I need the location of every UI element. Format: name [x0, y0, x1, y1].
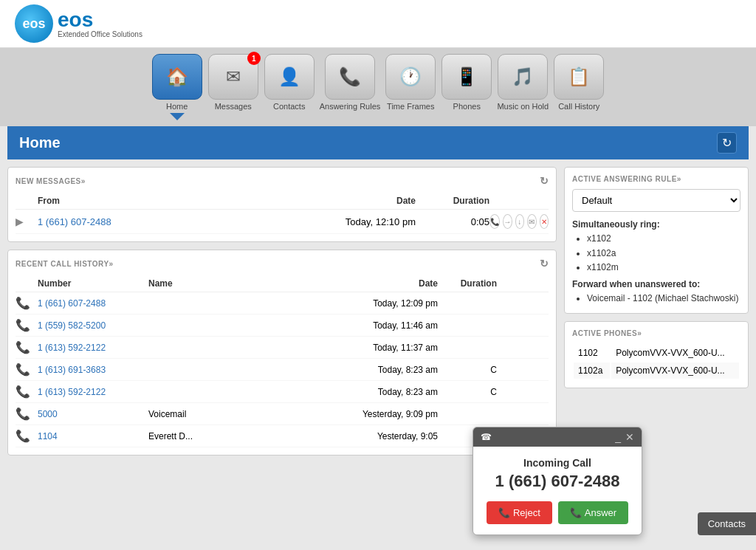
call-type-icon-2: 📞 [16, 318, 38, 332]
ch-date-6: Yesterday, 9:09 pm [237, 409, 438, 419]
reject-button[interactable]: 📞 Reject [487, 501, 552, 524]
incoming-call-number: 1 (661) 607-2488 [485, 472, 630, 491]
ch-col-extra [497, 278, 549, 289]
call-type-icon-3: 📞 [16, 340, 38, 354]
answering-rule-detail: Simultaneously ring: x1102 x1102a x1102m… [572, 218, 740, 306]
new-messages-title: NEW MESSAGES» [16, 177, 86, 185]
play-icon[interactable]: ▶ [16, 216, 38, 227]
call-type-icon-6: 📞 [16, 407, 38, 421]
answering-rule-title: ACTIVE ANSWERING RULE» [572, 175, 681, 183]
ch-number-7[interactable]: 1104 [38, 431, 148, 441]
nav-btn-home[interactable]: 🏠 [152, 54, 202, 100]
popup-minimize-icon[interactable]: _ [615, 431, 621, 443]
home-icon: 🏠 [166, 66, 188, 87]
phones-table: 1102 PolycomVVX-VVX_600-U... 1102a Polyc… [572, 343, 740, 380]
incoming-call-popup: ☎ _ ✕ Incoming Call 1 (661) 607-2488 📞 R… [472, 427, 642, 535]
nav-label-phones: Phones [453, 102, 481, 111]
logo-icon: eos [22, 16, 45, 32]
nav-btn-music-on-hold[interactable]: 🎵 [498, 54, 548, 100]
nav-item-call-history[interactable]: 📋 Call History [553, 54, 605, 120]
ch-date-4: Today, 8:23 am [237, 365, 438, 375]
ch-col-type [16, 278, 38, 289]
ch-number-6[interactable]: 5000 [38, 409, 148, 419]
nav-item-messages[interactable]: ✉ 1 Messages [207, 54, 259, 120]
nav-label-call-history: Call History [558, 102, 599, 111]
contacts-icon: 👤 [278, 66, 300, 87]
nav-item-answering-rules[interactable]: 📞 Answering Rules [320, 54, 381, 120]
call-icon[interactable]: 📞 [489, 214, 500, 229]
main-content: NEW MESSAGES» ↻ From Date Duration ▶ 1 (… [0, 159, 756, 463]
ch-date-3: Today, 11:37 am [237, 343, 438, 353]
answer-button[interactable]: 📞 Answer [558, 501, 628, 524]
logo: eos eos Extended Office Solutions [15, 4, 142, 43]
right-panel: ACTIVE ANSWERING RULE» Default Simultane… [564, 167, 749, 456]
nav-item-music-on-hold[interactable]: 🎵 Music on Hold [497, 54, 549, 120]
popup-close-icon[interactable]: ✕ [625, 431, 634, 443]
active-phones-panel: ACTIVE PHONES» 1102 PolycomVVX-VVX_600-U… [564, 321, 749, 388]
logo-circle: eos [15, 4, 53, 43]
message-from-number[interactable]: 1 (661) 607-2488 [38, 216, 305, 227]
msg-col-play [16, 196, 38, 206]
popup-phone-icon: ☎ [481, 432, 492, 442]
ch-row-1: 📞 1 (661) 607-2488 Today, 12:09 pm [16, 292, 549, 314]
answering-rules-icon: 📞 [339, 66, 361, 87]
ch-col-number: Number [38, 278, 148, 289]
nav-btn-messages[interactable]: ✉ 1 [208, 54, 258, 100]
page-refresh-button[interactable]: ↻ [717, 132, 737, 154]
answer-label: Answer [585, 507, 616, 518]
messages-refresh-icon[interactable]: ↻ [540, 175, 549, 187]
forward-icon[interactable]: → [503, 214, 512, 229]
envelope-icon[interactable]: ✉ [527, 214, 537, 229]
nav-active-arrow [170, 113, 185, 120]
nav-label-answering-rules: Answering Rules [320, 102, 381, 111]
nav-item-time-frames[interactable]: 🕐 Time Frames [385, 54, 436, 120]
call-history-refresh-icon[interactable]: ↻ [540, 258, 549, 269]
ch-number-5[interactable]: 1 (613) 592-2122 [38, 387, 148, 397]
ch-number-2[interactable]: 1 (559) 582-5200 [38, 320, 148, 331]
nav-btn-time-frames[interactable]: 🕐 [385, 54, 436, 100]
ch-number-4[interactable]: 1 (613) 691-3683 [38, 365, 148, 375]
reject-icon: 📞 [498, 507, 510, 518]
answer-icon: 📞 [570, 507, 582, 518]
nav-btn-answering-rules[interactable]: 📞 [325, 54, 375, 100]
nav-label-time-frames: Time Frames [387, 102, 434, 111]
phone-row-2: 1102a PolycomVVX-VVX_600-U... [574, 362, 739, 379]
nav-label-contacts: Contacts [273, 102, 305, 111]
call-type-icon-5: 📞 [16, 385, 38, 399]
nav-item-contacts[interactable]: 👤 Contacts [264, 54, 315, 120]
new-messages-panel: NEW MESSAGES» ↻ From Date Duration ▶ 1 (… [7, 167, 557, 242]
answering-rule-select[interactable]: Default [572, 189, 740, 212]
ch-row-2: 📞 1 (559) 582-5200 Today, 11:46 am [16, 314, 549, 337]
delete-icon[interactable]: ✕ [540, 214, 549, 229]
nav-item-home[interactable]: 🏠 Home [151, 54, 203, 120]
contacts-button[interactable]: Contacts [698, 512, 756, 535]
extension-3: x1102m [587, 261, 740, 275]
ch-number-3[interactable]: 1 (613) 592-2122 [38, 343, 148, 353]
ch-date-2: Today, 11:46 am [237, 320, 438, 331]
nav-btn-call-history[interactable]: 📋 [554, 54, 604, 100]
ch-row-3: 📞 1 (613) 592-2122 Today, 11:37 am [16, 337, 549, 359]
music-icon: 🎵 [512, 66, 534, 87]
page-title-bar: Home ↻ [7, 126, 749, 159]
ch-row-5: 📞 1 (613) 592-2122 Today, 8:23 am C [16, 381, 549, 403]
call-history-title: RECENT CALL HISTORY» [16, 260, 114, 268]
download-icon[interactable]: ↓ [515, 214, 525, 229]
reject-label: Reject [513, 507, 540, 518]
message-date: Today, 12:10 pm [305, 216, 416, 227]
nav-btn-phones[interactable]: 📱 [441, 54, 492, 100]
nav-label-music: Music on Hold [497, 102, 549, 111]
phones-icon: 📱 [456, 66, 478, 87]
left-panel: NEW MESSAGES» ↻ From Date Duration ▶ 1 (… [7, 167, 557, 456]
messages-table-header: From Date Duration [16, 193, 549, 210]
nav-item-phones[interactable]: 📱 Phones [441, 54, 492, 120]
ch-date-1: Today, 12:09 pm [237, 298, 438, 309]
ch-number-1[interactable]: 1 (661) 607-2488 [38, 298, 148, 309]
ch-row-4: 📞 1 (613) 691-3683 Today, 8:23 am C [16, 359, 549, 381]
ch-col-duration: Duration [438, 278, 497, 289]
answering-rule-header: ACTIVE ANSWERING RULE» [572, 175, 740, 183]
popup-titlebar: ☎ _ ✕ [473, 427, 642, 447]
messages-row: ▶ 1 (661) 607-2488 Today, 12:10 pm 0:05 … [16, 210, 549, 234]
answering-rule-panel: ACTIVE ANSWERING RULE» Default Simultane… [564, 167, 749, 314]
nav-btn-contacts[interactable]: 👤 [264, 54, 315, 100]
call-type-icon-4: 📞 [16, 362, 38, 377]
